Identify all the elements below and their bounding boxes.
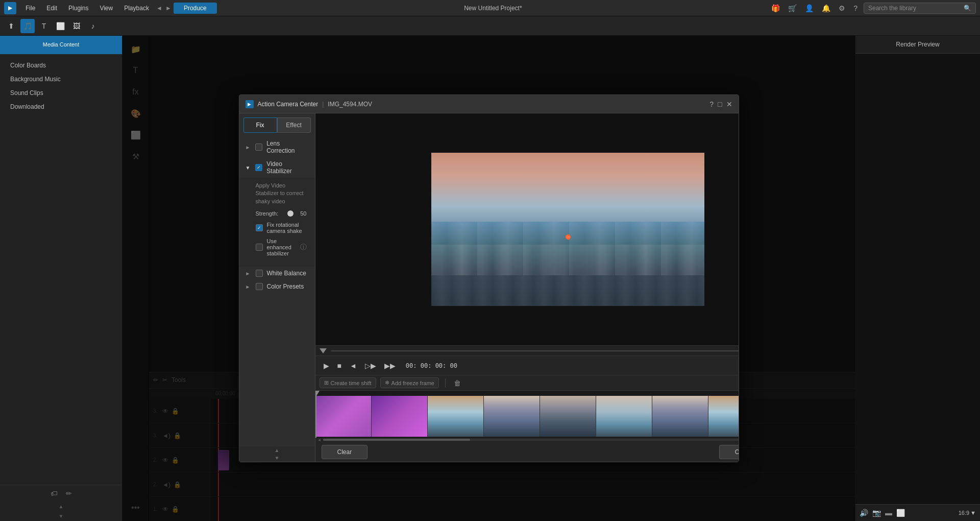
film-frame-6: [652, 396, 708, 437]
scroll-controls: ▲: [0, 502, 122, 511]
project-title: New Untitled Project*: [464, 5, 522, 12]
nav-color-boards[interactable]: Color Boards: [2, 59, 120, 72]
lens-correction-label: Lens Correction: [266, 140, 308, 154]
import-icon[interactable]: ⬆: [4, 19, 18, 33]
tag-icon[interactable]: 🏷: [51, 489, 58, 498]
rp-audio-icon[interactable]: 🔊: [860, 509, 868, 517]
strength-label: Strength:: [256, 210, 286, 217]
search-bar[interactable]: Search the library 🔍: [864, 3, 976, 14]
modal-minimize-btn[interactable]: □: [718, 100, 722, 108]
fix-tab[interactable]: Fix: [243, 117, 277, 133]
render-preview-label: Render Preview: [855, 36, 980, 54]
step-forward-button[interactable]: ▷▶: [363, 361, 378, 371]
clear-button[interactable]: Clear: [322, 445, 368, 459]
wave-layer: [431, 222, 704, 275]
color-presets-checkbox[interactable]: [256, 283, 263, 290]
modal-help-btn[interactable]: ?: [709, 100, 714, 108]
menu-edit[interactable]: Edit: [41, 3, 62, 14]
film-frame-3: [484, 396, 540, 437]
nav-back-icon[interactable]: ◄: [155, 5, 163, 12]
gift-icon[interactable]: 🎁: [769, 3, 782, 13]
modal-overlay: ▶ Action Camera Center | IMG_4594.MOV ? …: [122, 36, 855, 521]
cart-icon[interactable]: 🛒: [786, 3, 799, 13]
color-presets-header[interactable]: ► Color Presets: [239, 280, 315, 293]
video-stabilizer-content: Apply Video Stabilizer to correct shaky …: [239, 178, 315, 267]
menu-plugins[interactable]: Plugins: [63, 3, 93, 14]
edit-icon[interactable]: ✏: [66, 489, 72, 498]
fix-scroll-area[interactable]: ► Lens Correction ▼ Video Stabilizer: [239, 133, 315, 446]
video-preview: [431, 153, 704, 306]
scroll-up-icon[interactable]: ▲: [59, 504, 64, 509]
nav-background-music[interactable]: Background Music: [2, 73, 120, 86]
scroll-down-icon[interactable]: ▼: [59, 513, 64, 519]
tab-media-content[interactable]: Media Content: [0, 36, 122, 54]
create-ts-icon: ⊞: [324, 380, 329, 386]
video-stabilizer-checkbox[interactable]: [255, 164, 262, 171]
rp-caption-icon[interactable]: ▬: [885, 509, 892, 517]
modal-title: Action Camera Center: [258, 101, 318, 108]
settings-icon[interactable]: ⚙: [837, 3, 847, 13]
left-nav: Color Boards Background Music Sound Clip…: [0, 54, 122, 118]
lens-correction-checkbox[interactable]: [255, 144, 262, 151]
nav-sound-clips[interactable]: Sound Clips: [2, 86, 120, 100]
filmstrip-playhead: [315, 391, 316, 442]
rp-fullscreen-icon[interactable]: ⬜: [896, 509, 905, 517]
notification-icon[interactable]: 🔔: [820, 3, 832, 13]
photo-icon[interactable]: 🖼: [69, 19, 84, 33]
help-icon[interactable]: ?: [851, 3, 860, 13]
fast-forward-button[interactable]: ▶▶: [382, 361, 398, 371]
menu-view[interactable]: View: [94, 3, 118, 14]
white-balance-checkbox[interactable]: [256, 270, 263, 277]
scrubber-track[interactable]: [331, 350, 739, 351]
enhanced-stabilizer-checkbox[interactable]: [256, 244, 263, 251]
white-balance-header[interactable]: ► White Balance: [239, 267, 315, 280]
transition-icon[interactable]: ⬜: [53, 19, 67, 33]
lens-correction-header[interactable]: ► Lens Correction: [239, 137, 315, 157]
film-scroll-left[interactable]: ◄: [317, 438, 322, 442]
fix-scroll-up-icon[interactable]: ▲: [275, 447, 280, 453]
enhanced-info-icon[interactable]: ⓘ: [300, 243, 307, 252]
produce-button[interactable]: Produce: [174, 3, 217, 14]
modal-timeline: ⊞ Create time shift ❄ Add freeze frame 🗑: [315, 375, 739, 441]
play-button[interactable]: ▶: [322, 361, 331, 371]
scrubber-playhead[interactable]: [320, 348, 327, 353]
menu-playback[interactable]: Playback: [119, 3, 154, 14]
ok-button[interactable]: OK: [719, 445, 739, 459]
step-back-button[interactable]: ◄: [348, 361, 359, 371]
modal-close-btn[interactable]: ✕: [726, 100, 732, 108]
left-panel: Media Content Color Boards Background Mu…: [0, 36, 122, 521]
video-stabilizer-header[interactable]: ▼ Video Stabilizer: [239, 157, 315, 178]
rp-camera-icon[interactable]: 📷: [872, 509, 881, 517]
fix-rotational-label: Fix rotational camera shake: [267, 222, 307, 234]
modal-title-icon: ▶: [246, 100, 254, 108]
enhanced-stabilizer-row: Use enhanced stabilizer ⓘ: [256, 238, 307, 256]
fix-scroll-down-icon[interactable]: ▼: [275, 455, 280, 461]
film-scroll-track[interactable]: [323, 439, 738, 441]
left-tabs: Media Content: [0, 36, 122, 54]
filmstrip-scrollbar[interactable]: ◄ ►: [315, 438, 739, 442]
modal-controls: ? □ ✕: [709, 100, 732, 108]
fix-rotational-checkbox[interactable]: [256, 224, 263, 231]
title-icon[interactable]: T: [37, 19, 51, 33]
stop-button[interactable]: ■: [335, 361, 344, 371]
menu-file[interactable]: File: [20, 3, 40, 14]
add-freeze-frame-btn[interactable]: ❄ Add freeze frame: [380, 377, 439, 388]
slider-thumb[interactable]: [287, 210, 293, 217]
delete-clip-btn[interactable]: 🗑: [452, 378, 463, 388]
nav-downloaded[interactable]: Downloaded: [2, 100, 120, 113]
film-scroll-thumb[interactable]: [323, 439, 470, 441]
effect-tab[interactable]: Effect: [277, 117, 311, 133]
modal-footer: Clear OK Cancel: [315, 441, 739, 462]
title-separator: |: [322, 101, 324, 108]
film-frame-1: [372, 396, 428, 437]
nav-forward-icon[interactable]: ►: [164, 5, 173, 12]
secondary-toolbar: ⬆ 🎵 T ⬜ 🖼 ♪: [0, 16, 980, 36]
create-time-shift-btn[interactable]: ⊞ Create time shift: [320, 377, 376, 388]
audio-icon[interactable]: ♪: [86, 19, 100, 33]
aspect-ratio-selector[interactable]: 16:9 ▼: [959, 510, 976, 516]
scrubber-bar[interactable]: [315, 345, 739, 356]
media-icon[interactable]: 🎵: [20, 19, 35, 33]
user-icon[interactable]: 👤: [803, 3, 816, 13]
video-stabilizer-label: Video Stabilizer: [266, 160, 308, 175]
main-layout: Media Content Color Boards Background Mu…: [0, 36, 980, 521]
